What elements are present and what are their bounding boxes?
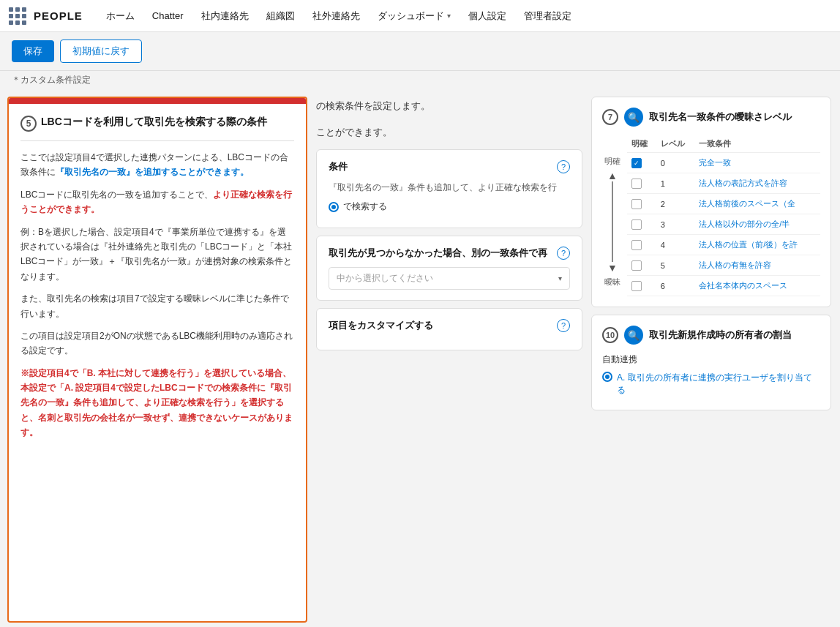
level-checkbox[interactable] bbox=[631, 240, 642, 250]
owner-card: 10 🔍 取引先新規作成時の所有者の割当 自動連携 A. 取引先の所有者に連携の… bbox=[591, 315, 831, 410]
center-description: の検索条件を設定します。 bbox=[316, 97, 582, 116]
level-checkbox[interactable] bbox=[631, 199, 642, 209]
level-table-row: 1法人格の表記方式を許容 bbox=[627, 173, 820, 194]
center-panel: の検索条件を設定します。 ことができます。 条件 ? 『取引先名の一致』条件も追… bbox=[307, 89, 591, 627]
arrow-up-icon: ▲ bbox=[607, 170, 618, 181]
level-checkbox[interactable]: ✓ bbox=[631, 158, 642, 168]
center-description2: ことができます。 bbox=[316, 123, 582, 142]
level-card-header: 7 🔍 取引先名一致条件の曖昧さレベル bbox=[602, 108, 820, 127]
panel-body: 5 LBCコードを利用して取引先を検索する際の条件 ここでは設定項目4で選択した… bbox=[9, 104, 306, 452]
level-card: 7 🔍 取引先名一致条件の曖昧さレベル 明確 ▲ ▼ 曖昧 bbox=[591, 97, 831, 307]
panel-note: ※設定項目4で「B. 本社に対して連携を行う」を選択している場合、本設定で「A.… bbox=[20, 366, 294, 440]
nav-item-personal-settings[interactable]: 個人設定 bbox=[460, 0, 515, 32]
nav-item-admin-settings[interactable]: 管理者設定 bbox=[515, 0, 580, 32]
level-card-icon: 🔍 bbox=[624, 108, 643, 127]
panel-paragraph-2: LBCコードに取引先名の一致を追加することで、より正確な検索を行うことができます… bbox=[20, 187, 294, 217]
level-table-row: 6会社名本体内のスペース bbox=[627, 276, 820, 296]
owner-card-icon: 🔍 bbox=[624, 326, 643, 345]
retry-card: 取引先が見つからなかった場合、別の一致条件で再 ? 中から選択してください ▾ bbox=[316, 236, 582, 301]
customize-card: 項目をカスタマイズする ? bbox=[316, 308, 582, 350]
help-icon[interactable]: ? bbox=[557, 160, 570, 173]
label-aimai: 曖昧 bbox=[604, 277, 620, 288]
app-grid-icon[interactable] bbox=[9, 7, 26, 25]
nav-item-org-chart[interactable]: 組織図 bbox=[258, 0, 304, 32]
level-table-row: 5法人格の有無を許容 bbox=[627, 255, 820, 276]
help-panel: 5 LBCコードを利用して取引先を検索する際の条件 ここでは設定項目4で選択した… bbox=[7, 97, 307, 623]
main-content: 5 LBCコードを利用して取引先を検索する際の条件 ここでは設定項目4で選択した… bbox=[0, 89, 840, 627]
nav-item-external-contacts[interactable]: 社外連絡先 bbox=[304, 0, 369, 32]
level-table-row: ✓0完全一致 bbox=[627, 153, 820, 173]
nav-item-home[interactable]: ホーム bbox=[97, 0, 143, 32]
level-checkbox[interactable] bbox=[631, 281, 642, 291]
nav-item-dashboard[interactable]: ダッシュボード ▾ bbox=[369, 0, 460, 32]
panel-paragraph-1: ここでは設定項目4で選択した連携パターンによる、LBCコードの合致条件に『取引先… bbox=[20, 150, 294, 180]
chevron-down-icon: ▾ bbox=[447, 12, 451, 20]
brand-logo: PEOPLE bbox=[34, 10, 83, 22]
card-text-1: 『取引先名の一致』条件も追加して、より正確な検索を行 bbox=[329, 181, 570, 195]
level-card-number: 7 bbox=[602, 109, 618, 125]
panel-paragraph-3: 例：Bを選択した場合、設定項目4で『事業所単位で連携する』を選択されている場合は… bbox=[20, 225, 294, 285]
section-number: 5 bbox=[20, 116, 37, 132]
radio-option-1[interactable]: で検索する bbox=[329, 200, 570, 213]
level-table-row: 4法人格の位置（前/後）を許 bbox=[627, 235, 820, 255]
col-meikaku: 明確 bbox=[627, 135, 656, 153]
auto-label: 自動連携 bbox=[602, 353, 820, 366]
customize-card-header: 項目をカスタマイズする ? bbox=[329, 319, 570, 332]
customize-card-title: 項目をカスタマイズする bbox=[329, 319, 433, 332]
nav-items: ホーム Chatter 社内連絡先 組織図 社外連絡先 ダッシュボード ▾ 個人… bbox=[97, 0, 831, 32]
select-chevron-icon: ▾ bbox=[558, 274, 562, 282]
reset-button[interactable]: 初期値に戻す bbox=[60, 40, 142, 63]
level-table: 明確 レベル 一致条件 ✓0完全一致1法人格の表記方式を許容2法人格前後のスペー… bbox=[627, 135, 820, 296]
col-condition: 一致条件 bbox=[694, 135, 820, 153]
retry-card-header: 取引先が見つからなかった場合、別の一致条件で再 ? bbox=[329, 247, 570, 260]
panel-paragraph-4: また、取引先名の検索は項目7で設定する曖昧レベルに準じた条件で行います。 bbox=[20, 291, 294, 321]
panel-header-bar bbox=[9, 98, 306, 104]
level-table-row: 2法人格前後のスペース（全 bbox=[627, 194, 820, 214]
section-title: 5 LBCコードを利用して取引先を検索する際の条件 bbox=[20, 116, 294, 132]
nav-item-internal-contacts[interactable]: 社内連絡先 bbox=[192, 0, 258, 32]
owner-card-number: 10 bbox=[602, 327, 618, 343]
col-level: レベル bbox=[656, 135, 695, 153]
divider bbox=[20, 140, 294, 141]
level-card-title: 取引先名一致条件の曖昧さレベル bbox=[649, 110, 820, 124]
arrow-down-icon: ▼ bbox=[607, 262, 618, 274]
breadcrumb: ＊カスタム条件設定 bbox=[0, 71, 840, 89]
condition-card: 条件 ? 『取引先名の一致』条件も追加して、より正確な検索を行 で検索する bbox=[316, 149, 582, 228]
label-meikaku: 明確 bbox=[604, 156, 620, 167]
panel-paragraph-5: この項目は設定項目2がONの状態であるLBC機能利用時のみ適応される設定です。 bbox=[20, 328, 294, 358]
level-table-row: 3法人格以外の部分の全/半 bbox=[627, 214, 820, 235]
retry-help-icon[interactable]: ? bbox=[557, 247, 570, 260]
customize-help-icon[interactable]: ? bbox=[557, 319, 570, 332]
card-title: 条件 bbox=[329, 160, 348, 173]
owner-radio-1[interactable]: A. 取引先の所有者に連携の実行ユーザを割り当てる bbox=[602, 372, 820, 397]
toolbar: 保存 初期値に戻す bbox=[0, 32, 840, 71]
owner-radio-circle[interactable] bbox=[602, 372, 612, 382]
top-navigation: PEOPLE ホーム Chatter 社内連絡先 組織図 社外連絡先 ダッシュボ… bbox=[0, 0, 840, 32]
card-header: 条件 ? bbox=[329, 160, 570, 173]
owner-card-title: 取引先新規作成時の所有者の割当 bbox=[649, 328, 820, 342]
retry-card-title: 取引先が見つからなかった場合、別の一致条件で再 bbox=[329, 247, 547, 260]
right-panel: 7 🔍 取引先名一致条件の曖昧さレベル 明確 ▲ ▼ 曖昧 bbox=[591, 89, 840, 627]
save-button[interactable]: 保存 bbox=[12, 40, 54, 62]
radio-1-circle[interactable] bbox=[329, 202, 339, 212]
level-checkbox[interactable] bbox=[631, 219, 642, 230]
level-checkbox[interactable] bbox=[631, 260, 642, 271]
level-checkbox[interactable] bbox=[631, 179, 642, 189]
retry-select[interactable]: 中から選択してください ▾ bbox=[329, 267, 570, 290]
nav-item-chatter[interactable]: Chatter bbox=[143, 0, 192, 32]
owner-card-header: 10 🔍 取引先新規作成時の所有者の割当 bbox=[602, 326, 820, 345]
